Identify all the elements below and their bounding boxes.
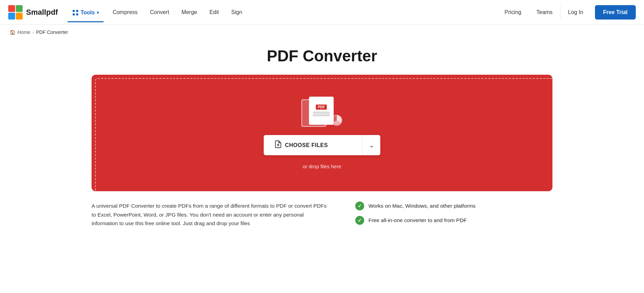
breadcrumb: 🏠 Home › PDF Converter — [0, 25, 644, 40]
svg-rect-4 — [73, 10, 75, 12]
page-title: PDF Converter — [0, 47, 644, 65]
feature-item-1: ✓ Works on Mac, Windows, and other platf… — [355, 202, 552, 210]
page-title-section: PDF Converter — [0, 40, 644, 75]
description-column: A universal PDF Converter to create PDFs… — [92, 202, 328, 228]
free-trial-button[interactable]: Free Trial — [595, 5, 636, 20]
svg-rect-5 — [76, 10, 78, 12]
nav-convert[interactable]: Convert — [144, 0, 175, 25]
description-text: A universal PDF Converter to create PDFs… — [92, 202, 328, 228]
choose-files-row: CHOOSE FILES ⌄ — [264, 135, 380, 155]
file-plus-icon — [275, 141, 282, 150]
choose-files-button[interactable]: CHOOSE FILES — [264, 135, 362, 155]
check-mark-1: ✓ — [358, 203, 362, 209]
login-button[interactable]: Log In — [560, 0, 591, 25]
svg-rect-6 — [73, 13, 75, 15]
feature-text-1: Works on Mac, Windows, and other platfor… — [368, 203, 475, 209]
svg-rect-2 — [8, 13, 15, 20]
below-fold: A universal PDF Converter to create PDFs… — [82, 191, 562, 237]
drop-hint: or drop files here — [303, 163, 342, 169]
tools-chevron-icon: ▾ — [97, 10, 99, 15]
dropzone[interactable]: PDF — [92, 75, 552, 191]
home-icon: 🏠 — [10, 29, 15, 35]
header: Smallpdf Tools ▾ Compress Convert Merge … — [0, 0, 644, 25]
dropzone-content: PDF — [264, 83, 380, 183]
svg-rect-0 — [8, 5, 15, 12]
breadcrumb-separator: › — [32, 29, 34, 35]
pdf-illustration: PDF — [301, 97, 343, 127]
feature-text-2: Free all-in-one converter to and from PD… — [368, 217, 467, 223]
tools-nav: Tools ▾ — [68, 2, 104, 22]
nav-teams[interactable]: Teams — [529, 0, 560, 25]
svg-rect-7 — [76, 13, 78, 15]
choose-files-label: CHOOSE FILES — [285, 142, 328, 148]
chevron-down-icon: ⌄ — [369, 142, 374, 149]
header-right: Pricing Teams Log In Free Trial — [497, 0, 636, 25]
nav-edit[interactable]: Edit — [203, 0, 225, 25]
feature-item-2: ✓ Free all-in-one converter to and from … — [355, 216, 552, 225]
features-column: ✓ Works on Mac, Windows, and other platf… — [355, 202, 552, 230]
breadcrumb-home[interactable]: Home — [17, 29, 30, 35]
pdf-label: PDF — [316, 105, 327, 110]
nav-pricing[interactable]: Pricing — [497, 0, 529, 25]
nav-sign[interactable]: Sign — [225, 0, 248, 25]
logo-text: Smallpdf — [26, 8, 58, 17]
svg-rect-1 — [16, 5, 23, 12]
nav-compress[interactable]: Compress — [106, 0, 144, 25]
dropzone-wrapper: PDF — [82, 75, 562, 191]
nav-merge[interactable]: Merge — [175, 0, 203, 25]
check-mark-2: ✓ — [358, 218, 362, 223]
chart-icon — [331, 114, 343, 126]
tools-menu-button[interactable]: Tools ▾ — [68, 2, 104, 22]
breadcrumb-current: PDF Converter — [36, 29, 68, 35]
pdf-lines — [313, 111, 330, 117]
pdf-doc-front: PDF — [309, 97, 334, 125]
grid-icon — [72, 10, 79, 16]
logo-icon — [8, 5, 23, 20]
logo[interactable]: Smallpdf — [8, 5, 58, 20]
main-nav: Compress Convert Merge Edit Sign — [106, 0, 248, 25]
check-circle-1: ✓ — [355, 202, 364, 210]
check-circle-2: ✓ — [355, 216, 364, 225]
svg-rect-3 — [16, 13, 23, 20]
choose-files-dropdown[interactable]: ⌄ — [362, 135, 380, 155]
